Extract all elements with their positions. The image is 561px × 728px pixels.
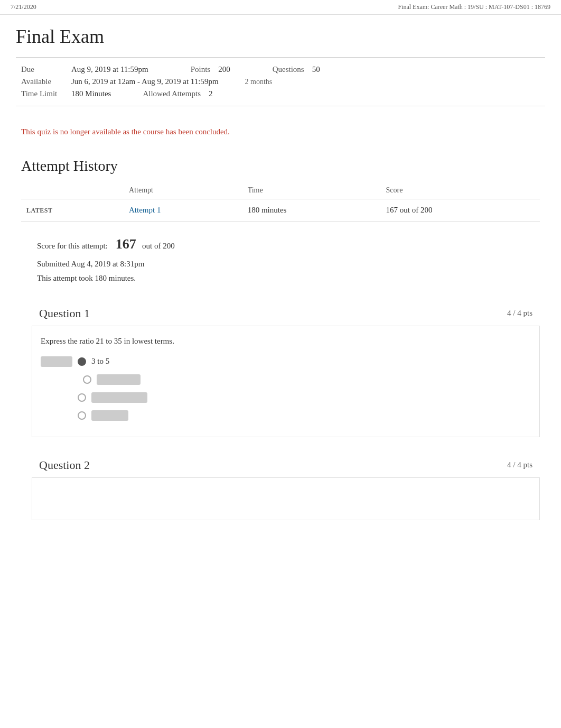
question-2-title: Question 2 xyxy=(39,458,90,472)
main-content: Final Exam Due Aug 9, 2019 at 11:59pm Po… xyxy=(0,15,561,557)
score-out-of: out of 200 xyxy=(142,242,175,250)
notice-section: This quiz is no longer available as the … xyxy=(16,117,545,152)
section-title: Attempt History xyxy=(21,158,540,174)
answer-option-1: 3 to 5 xyxy=(41,356,531,367)
col-header-time: Time xyxy=(242,183,381,199)
notice-text: This quiz is no longer available as the … xyxy=(21,127,230,136)
points-group: Points 200 xyxy=(191,65,230,74)
attempt-time: 180 minutes xyxy=(242,199,381,222)
allowed-value: 2 xyxy=(209,89,213,98)
attempt-history-section: Attempt History Attempt Time Score LATES… xyxy=(16,152,545,541)
date-label: 7/21/2020 xyxy=(11,3,36,11)
info-row-available: Available Jun 6, 2019 at 12am - Aug 9, 2… xyxy=(21,77,540,86)
table-row: LATEST Attempt 1 180 minutes 167 out of … xyxy=(21,199,540,222)
option-text-1: 3 to 5 xyxy=(91,357,109,366)
col-header-blank xyxy=(21,183,124,199)
col-header-score: Score xyxy=(381,183,540,199)
due-value: Aug 9, 2019 at 11:59pm xyxy=(71,65,148,74)
available-label: Available xyxy=(21,77,71,86)
due-label: Due xyxy=(21,65,71,74)
attempt-score: 167 out of 200 xyxy=(381,199,540,222)
score-label: Score for this attempt: xyxy=(37,242,108,250)
answer-options: 3 to 5 xyxy=(41,356,531,421)
question-block-2: Question 2 4 / 4 pts xyxy=(32,453,540,520)
score-line: Score for this attempt: 167 out of 200 xyxy=(37,232,535,257)
option-blur-2 xyxy=(97,374,141,385)
info-section: Due Aug 9, 2019 at 11:59pm Points 200 Qu… xyxy=(16,57,545,106)
radio-selected xyxy=(78,357,86,366)
allowed-label: Allowed Attempts xyxy=(143,89,201,98)
radio-empty-2 xyxy=(83,375,91,384)
question-1-text: Express the ratio 21 to 35 in lowest ter… xyxy=(41,337,531,346)
option-blur-4 xyxy=(91,410,128,421)
info-row-timelimit: Time Limit 180 Minutes Allowed Attempts … xyxy=(21,89,540,98)
question-1-body: Express the ratio 21 to 35 in lowest ter… xyxy=(32,326,540,437)
questions-label: Questions xyxy=(273,65,304,73)
questions-group: Questions 50 xyxy=(273,65,320,74)
submitted-line: Submitted Aug 4, 2019 at 8:31pm xyxy=(37,257,535,271)
answer-option-3 xyxy=(41,392,531,403)
page-title: Final Exam xyxy=(16,25,545,48)
breadcrumb: Final Exam: Career Math : 19/SU : MAT-10… xyxy=(398,3,550,11)
question-2-pts: 4 / 4 pts xyxy=(507,460,532,469)
timelimit-value: 180 Minutes xyxy=(71,89,111,98)
available-value: Jun 6, 2019 at 12am - Aug 9, 2019 at 11:… xyxy=(71,77,219,86)
attempts-table: Attempt Time Score LATEST Attempt 1 180 … xyxy=(21,183,540,222)
question-1-pts: 4 / 4 pts xyxy=(507,309,532,318)
question-1-title: Question 1 xyxy=(39,307,90,320)
radio-empty-3 xyxy=(78,393,86,402)
option-blur-3 xyxy=(91,392,147,403)
timelimit-label: Time Limit xyxy=(21,89,71,98)
question-2-body xyxy=(32,478,540,520)
questions-container: Question 1 4 / 4 pts Express the ratio 2… xyxy=(21,301,540,520)
question-2-header: Question 2 4 / 4 pts xyxy=(32,453,540,478)
sidebar-indicator xyxy=(41,356,72,367)
attempt-link-cell[interactable]: Attempt 1 xyxy=(124,199,242,222)
question-1-header: Question 1 4 / 4 pts xyxy=(32,301,540,326)
answer-option-4 xyxy=(41,410,531,421)
points-label: Points xyxy=(191,65,211,73)
allowed-group: Allowed Attempts 2 xyxy=(143,89,212,98)
table-header-row: Attempt Time Score xyxy=(21,183,540,199)
info-row-due: Due Aug 9, 2019 at 11:59pm Points 200 Qu… xyxy=(21,65,540,74)
answer-option-2 xyxy=(41,374,531,385)
top-bar: 7/21/2020 Final Exam: Career Math : 19/S… xyxy=(0,0,561,15)
latest-badge: LATEST xyxy=(21,199,124,222)
attempt-link[interactable]: Attempt 1 xyxy=(129,206,161,214)
radio-empty-4 xyxy=(78,411,86,420)
points-value: 200 xyxy=(218,65,230,73)
duration-line: This attempt took 180 minutes. xyxy=(37,271,535,285)
question-block-1: Question 1 4 / 4 pts Express the ratio 2… xyxy=(32,301,540,437)
score-detail-section: Score for this attempt: 167 out of 200 S… xyxy=(21,222,540,291)
duration-value: 2 months xyxy=(245,78,273,86)
questions-value: 50 xyxy=(312,65,320,73)
col-header-attempt: Attempt xyxy=(124,183,242,199)
score-value: 167 xyxy=(116,236,136,252)
